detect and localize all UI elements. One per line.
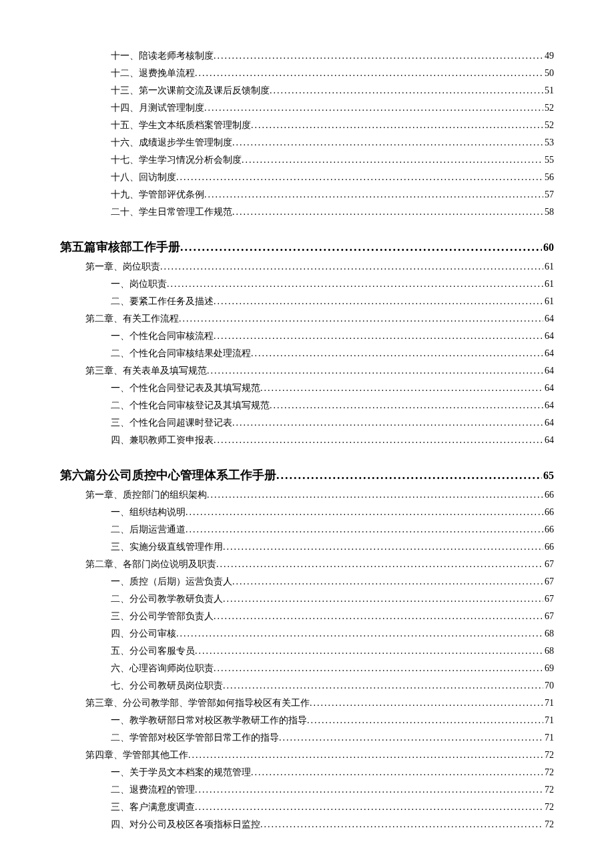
toc-entry-label: 二、个性化合同审核结果处理流程	[111, 346, 251, 362]
toc-entry: 二、个性化合同审核登记及其填写规范64	[60, 398, 554, 414]
toc-entry: 七、分公司教研员岗位职责70	[60, 678, 554, 694]
toc-leader-dots	[207, 487, 543, 503]
toc-leader-dots	[251, 346, 543, 362]
toc-entry-page: 52	[543, 117, 554, 133]
toc-leader-dots	[251, 117, 543, 133]
toc-entry-label: 四、对分公司及校区各项指标日监控	[111, 817, 260, 833]
toc-entry: 二、后期运营通道66	[60, 522, 554, 538]
toc-entry: 一、质控（后期）运营负责人67	[60, 574, 554, 590]
toc-leader-dots	[195, 799, 543, 815]
toc-entry: 第二章、各部门岗位说明及职责67	[60, 556, 554, 572]
table-of-contents: 十一、陪读老师考核制度49十二、退费挽单流程50十三、第一次课前交流及课后反馈制…	[60, 48, 554, 833]
toc-leader-dots	[270, 83, 543, 99]
toc-entry-label: 第三章、有关表单及填写规范	[85, 363, 207, 379]
toc-leader-dots	[180, 240, 542, 254]
toc-leader-dots	[214, 48, 543, 64]
toc-entry-page: 68	[543, 626, 554, 642]
toc-entry: 一、教学教研部日常对校区教学教研工作的指导71	[60, 713, 554, 729]
toc-entry-page: 66	[543, 539, 554, 555]
toc-entry-page: 55	[543, 152, 554, 168]
toc-entry-label: 十九、学管部评优条例	[111, 187, 204, 203]
toc-entry-label: 一、个性化合同审核流程	[111, 328, 214, 344]
toc-leader-dots	[260, 380, 543, 396]
toc-entry-page: 70	[543, 678, 554, 694]
toc-entry-label: 第四章、学管部其他工作	[85, 747, 188, 763]
toc-entry: 十五、学生文本纸质档案管理制度52	[60, 117, 554, 133]
toc-entry-label: 第二章、各部门岗位说明及职责	[85, 556, 216, 572]
toc-leader-dots	[186, 522, 543, 538]
toc-entry-label: 十四、月测试管理制度	[111, 100, 204, 116]
toc-entry: 十七、学生学习情况分析会制度55	[60, 152, 554, 168]
toc-entry: 二、退费流程的管理72	[60, 782, 554, 798]
toc-leader-dots	[223, 678, 543, 694]
toc-entry-page: 64	[543, 363, 554, 379]
toc-entry-page: 64	[543, 432, 554, 448]
toc-entry: 十六、成绩退步学生管理制度53	[60, 135, 554, 151]
toc-leader-dots	[214, 661, 543, 677]
toc-entry-page: 57	[543, 187, 554, 203]
toc-entry: 十四、月测试管理制度52	[60, 100, 554, 116]
toc-entry-page: 51	[543, 83, 554, 99]
toc-leader-dots	[216, 556, 543, 572]
toc-entry-page: 61	[543, 294, 554, 310]
toc-leader-dots	[176, 169, 543, 185]
toc-entry: 十八、回访制度56	[60, 169, 554, 185]
toc-entry-label: 第二章、有关工作流程	[85, 311, 179, 327]
toc-entry-label: 第三章、分公司教学部、学管部如何指导校区有关工作	[85, 695, 310, 711]
toc-entry: 一、关于学员文本档案的规范管理72	[60, 765, 554, 781]
toc-entry-page: 71	[543, 713, 554, 729]
toc-entry-page: 68	[543, 643, 554, 659]
toc-entry: 二、分公司教学教研负责人67	[60, 591, 554, 607]
toc-leader-dots	[195, 643, 543, 659]
toc-entry: 第六篇分公司质控中心管理体系工作手册65	[60, 467, 554, 483]
toc-leader-dots	[186, 504, 543, 520]
toc-entry: 十九、学管部评优条例57	[60, 187, 554, 203]
toc-entry-page: 71	[543, 730, 554, 746]
toc-entry: 二、个性化合同审核结果处理流程64	[60, 346, 554, 362]
toc-entry: 十二、退费挽单流程50	[60, 65, 554, 81]
toc-entry-label: 十一、陪读老师考核制度	[111, 48, 214, 64]
toc-entry-label: 二、个性化合同审核登记及其填写规范	[111, 398, 270, 414]
toc-entry-label: 二、要紧工作任务及描述	[111, 294, 214, 310]
toc-entry-label: 二十、学生日常管理工作规范	[111, 204, 232, 220]
toc-leader-dots	[195, 782, 543, 798]
toc-leader-dots	[232, 574, 543, 590]
toc-entry: 三、实施分级直线管理作用66	[60, 539, 554, 555]
toc-entry: 二十、学生日常管理工作规范58	[60, 204, 554, 220]
toc-entry: 十三、第一次课前交流及课后反馈制度51	[60, 83, 554, 99]
toc-entry: 四、对分公司及校区各项指标日监控72	[60, 817, 554, 833]
toc-entry-label: 第五篇审核部工作手册	[60, 239, 180, 255]
toc-leader-dots	[232, 415, 543, 431]
toc-entry-label: 三、分公司学管部负责人	[111, 608, 214, 624]
toc-entry-label: 第六篇分公司质控中心管理体系工作手册	[60, 467, 276, 483]
toc-entry: 三、个性化合同超课时登记表64	[60, 415, 554, 431]
toc-entry-page: 64	[543, 346, 554, 362]
toc-entry: 五、分公司客服专员68	[60, 643, 554, 659]
toc-leader-dots	[279, 730, 543, 746]
toc-entry-label: 十五、学生文本纸质档案管理制度	[111, 117, 251, 133]
toc-entry-label: 十三、第一次课前交流及课后反馈制度	[111, 83, 270, 99]
toc-entry: 第三章、有关表单及填写规范64	[60, 363, 554, 379]
toc-entry-page: 66	[543, 504, 554, 520]
toc-entry: 二、要紧工作任务及描述61	[60, 294, 554, 310]
toc-entry-page: 64	[543, 380, 554, 396]
toc-entry-page: 66	[543, 522, 554, 538]
toc-entry-page: 67	[543, 556, 554, 572]
toc-entry-page: 72	[543, 765, 554, 781]
toc-entry: 第一章、质控部门的组织架构66	[60, 487, 554, 503]
toc-leader-dots	[207, 363, 543, 379]
toc-leader-dots	[214, 294, 543, 310]
toc-entry-label: 五、分公司客服专员	[111, 643, 195, 659]
toc-entry-page: 61	[543, 276, 554, 292]
toc-entry-label: 三、个性化合同超课时登记表	[111, 415, 232, 431]
toc-leader-dots	[260, 817, 543, 833]
toc-entry: 第三章、分公司教学部、学管部如何指导校区有关工作71	[60, 695, 554, 711]
toc-entry-label: 第一章、质控部门的组织架构	[85, 487, 207, 503]
toc-entry-label: 七、分公司教研员岗位职责	[111, 678, 223, 694]
toc-entry: 第二章、有关工作流程64	[60, 311, 554, 327]
toc-leader-dots	[270, 398, 543, 414]
toc-leader-dots	[214, 432, 543, 448]
toc-entry-page: 64	[543, 398, 554, 414]
toc-entry-page: 56	[543, 169, 554, 185]
toc-entry-label: 十八、回访制度	[111, 169, 176, 185]
